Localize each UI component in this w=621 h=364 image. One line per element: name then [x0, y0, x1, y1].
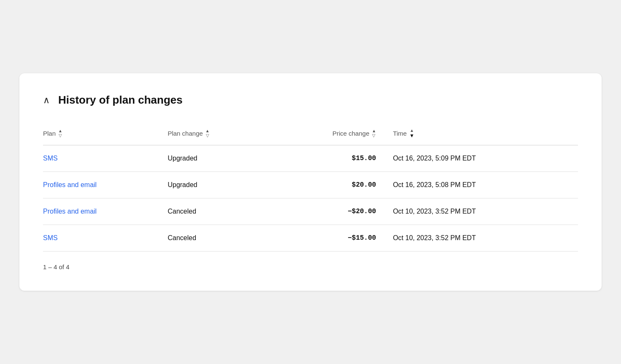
sort-icon-price-change: ▲ ▽ [372, 129, 376, 138]
sort-icon-time: ▲ ▼ [409, 128, 414, 138]
time-cell: Oct 10, 2023, 3:52 PM EDT [393, 198, 578, 225]
price-change-cell: $20.00 [268, 172, 393, 198]
sort-icon-plan-change: ▲ ▽ [205, 129, 210, 138]
table-row: SMSUpgraded$15.00Oct 16, 2023, 5:09 PM E… [43, 145, 578, 172]
plan-change-cell: Canceled [167, 198, 268, 225]
sort-time[interactable]: Time ▲ ▼ [393, 128, 414, 138]
sort-icon-plan: ▲ ▽ [58, 129, 62, 138]
table-row: Profiles and emailUpgraded$20.00Oct 16, … [43, 172, 578, 198]
column-header-time: Time ▲ ▼ [393, 123, 578, 145]
price-change-cell: $15.00 [268, 145, 393, 172]
column-header-price-change: Price change ▲ ▽ [268, 123, 393, 145]
price-change-cell: −$15.00 [268, 225, 393, 252]
history-card: ∧ History of plan changes Plan ▲ ▽ Plan [19, 73, 602, 291]
plan-changes-table: Plan ▲ ▽ Plan change ▲ ▽ [43, 123, 578, 252]
plan-link[interactable]: Profiles and email [43, 181, 97, 188]
collapse-icon[interactable]: ∧ [43, 96, 50, 105]
time-cell: Oct 16, 2023, 5:08 PM EDT [393, 172, 578, 198]
column-header-plan: Plan ▲ ▽ [43, 123, 167, 145]
plan-change-cell: Canceled [167, 225, 268, 252]
column-header-plan-change: Plan change ▲ ▽ [167, 123, 268, 145]
sort-plan-change[interactable]: Plan change ▲ ▽ [167, 129, 209, 138]
price-change-cell: −$20.00 [268, 198, 393, 225]
sort-plan[interactable]: Plan ▲ ▽ [43, 129, 62, 138]
pagination-label: 1 – 4 of 4 [43, 263, 578, 270]
sort-price-change[interactable]: Price change ▲ ▽ [268, 129, 376, 138]
plan-link[interactable]: Profiles and email [43, 208, 97, 215]
card-header: ∧ History of plan changes [43, 94, 578, 107]
plan-link[interactable]: SMS [43, 155, 58, 162]
table-row: Profiles and emailCanceled−$20.00Oct 10,… [43, 198, 578, 225]
plan-change-cell: Upgraded [167, 145, 268, 172]
plan-link[interactable]: SMS [43, 234, 58, 241]
time-cell: Oct 10, 2023, 3:52 PM EDT [393, 225, 578, 252]
table-header-row: Plan ▲ ▽ Plan change ▲ ▽ [43, 123, 578, 145]
time-cell: Oct 16, 2023, 5:09 PM EDT [393, 145, 578, 172]
page-title: History of plan changes [58, 94, 183, 107]
table-row: SMSCanceled−$15.00Oct 10, 2023, 3:52 PM … [43, 225, 578, 252]
plan-change-cell: Upgraded [167, 172, 268, 198]
